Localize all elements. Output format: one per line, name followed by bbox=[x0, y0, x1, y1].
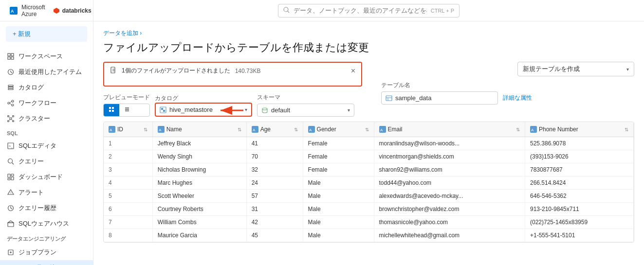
table-cell: (393)153-9026 bbox=[525, 150, 633, 163]
svg-rect-5 bbox=[8, 57, 10, 59]
svg-text:A: A bbox=[159, 128, 162, 132]
cluster-icon bbox=[7, 115, 15, 123]
catalog-icon bbox=[7, 84, 15, 91]
search-input[interactable] bbox=[294, 7, 427, 14]
table-cell: 45 bbox=[246, 229, 303, 242]
sort-icon[interactable]: ⇅ bbox=[144, 127, 147, 132]
table-cell: Jeffrey Black bbox=[152, 137, 246, 150]
table-cell: 3 bbox=[104, 163, 152, 177]
table-cell: Male bbox=[303, 229, 374, 242]
databricks-label: databricks bbox=[62, 7, 92, 14]
sidebar-item-label: クエリー履歴 bbox=[18, 204, 56, 212]
svg-point-29 bbox=[8, 159, 13, 163]
schema-label: スキーマ bbox=[257, 93, 354, 102]
schema-select[interactable]: default ▾ bbox=[257, 104, 354, 117]
table-cell: alexedwards@acevedo-mckay... bbox=[374, 190, 525, 203]
svg-point-20 bbox=[13, 116, 14, 117]
upload-close-button[interactable]: × bbox=[349, 67, 357, 75]
upload-file-icon bbox=[110, 67, 117, 75]
catalog-label: カタログ bbox=[155, 95, 178, 102]
workspace-icon bbox=[7, 53, 15, 60]
svg-marker-2 bbox=[54, 8, 59, 14]
grid-view-button[interactable] bbox=[104, 104, 119, 116]
svg-rect-6 bbox=[11, 57, 14, 59]
table-cell: 5 bbox=[104, 190, 152, 203]
alert-icon: ! bbox=[7, 189, 15, 196]
table-row: 7William Combs42Malethomasnicole@yahoo.c… bbox=[104, 216, 634, 229]
search-icon bbox=[283, 7, 290, 15]
data-table: A ID ⇅ A Name ⇅ A Age ⇅ A Gender ⇅ A Ema… bbox=[104, 122, 634, 242]
sidebar-item-recents[interactable]: 最近使用したアイテム bbox=[0, 64, 93, 80]
list-view-button[interactable] bbox=[119, 104, 135, 116]
sidebar-nav: ワークスペース 最近使用したアイテム カタログ ワークフロー クラスター bbox=[0, 47, 93, 265]
table-cell: (022)725-1465x83959 bbox=[525, 216, 633, 229]
table-cell: Female bbox=[303, 150, 374, 163]
sidebar-item-query[interactable]: クエリー bbox=[0, 154, 93, 169]
sidebar-item-cluster[interactable]: クラスター bbox=[0, 111, 93, 126]
column-name: Email bbox=[388, 126, 514, 133]
table-cell: Male bbox=[303, 216, 374, 229]
table-cell: Male bbox=[303, 203, 374, 216]
table-cell: 2 bbox=[104, 150, 152, 163]
sidebar-item-alert[interactable]: ! アラート bbox=[0, 185, 93, 200]
sidebar-item-catalog[interactable]: カタログ bbox=[0, 80, 93, 95]
catalog-chevron-icon: ▾ bbox=[245, 107, 247, 112]
sort-icon[interactable]: ⇅ bbox=[516, 127, 520, 132]
table-cell: 6 bbox=[104, 203, 152, 216]
dashboard-icon bbox=[7, 173, 15, 181]
svg-point-63 bbox=[262, 108, 267, 110]
workflow-icon bbox=[7, 99, 15, 107]
sidebar-item-label: ダッシュボード bbox=[18, 173, 63, 181]
svg-text:A: A bbox=[110, 128, 112, 132]
schema-group: スキーマ default ▾ bbox=[257, 93, 354, 117]
sidebar-item-data-import[interactable]: データ取り込み bbox=[0, 260, 93, 265]
table-cell: 31 bbox=[246, 203, 303, 216]
table-name-label: テーブル名 bbox=[381, 81, 634, 89]
new-table-select[interactable]: 新規テーブルを作成 ▾ bbox=[517, 62, 634, 76]
table-cell: 57 bbox=[246, 190, 303, 203]
sidebar-item-workspace[interactable]: ワークスペース bbox=[0, 49, 93, 64]
sidebar-item-job-plan[interactable]: ジョブプラン bbox=[0, 245, 93, 260]
table-cell: Wendy Singh bbox=[152, 150, 246, 163]
warehouse-icon bbox=[7, 220, 15, 228]
svg-text:A: A bbox=[11, 9, 14, 14]
sidebar-item-label: ワークスペース bbox=[18, 52, 63, 61]
breadcrumb[interactable]: データを追加 › bbox=[103, 29, 634, 37]
content-area: データを追加 › ファイルアップロードからテーブルを作成または変更 1個のファイ… bbox=[93, 21, 644, 265]
new-table-label: 新規テーブルを作成 bbox=[523, 65, 580, 73]
databricks-brand: databricks bbox=[53, 7, 92, 14]
query-icon bbox=[7, 158, 15, 165]
table-cell: 24 bbox=[246, 177, 303, 190]
svg-point-47 bbox=[284, 7, 288, 12]
svg-text:!: ! bbox=[10, 191, 11, 194]
svg-line-17 bbox=[10, 103, 12, 105]
sql-section-label: SQL bbox=[0, 126, 93, 138]
table-name-input[interactable] bbox=[395, 94, 494, 102]
upload-notification: 1個のファイルがアップロードされました 140.73KB × bbox=[104, 63, 361, 79]
new-button[interactable]: + 新規 bbox=[6, 26, 87, 42]
sort-icon[interactable]: ⇅ bbox=[294, 127, 298, 132]
svg-point-13 bbox=[8, 102, 10, 104]
svg-line-48 bbox=[288, 11, 289, 13]
sort-icon[interactable]: ⇅ bbox=[238, 127, 241, 132]
sidebar-item-sql-warehouse[interactable]: SQLウェアハウス bbox=[0, 216, 93, 231]
table-cell: 7 bbox=[104, 216, 152, 229]
sidebar-item-label: SQLエディタ bbox=[18, 141, 56, 150]
table-cell: Male bbox=[303, 177, 374, 190]
table-cell: 41 bbox=[246, 137, 303, 150]
schema-value: default bbox=[271, 106, 290, 114]
sidebar-item-workflow[interactable]: ワークフロー bbox=[0, 95, 93, 111]
sidebar-item-sql-editor[interactable]: >_ SQLエディタ bbox=[0, 138, 93, 154]
sidebar-item-query-history[interactable]: クエリー履歴 bbox=[0, 200, 93, 216]
table-cell: 525.386.9078 bbox=[525, 137, 633, 150]
sidebar-item-dashboard[interactable]: ダッシュボード bbox=[0, 169, 93, 185]
advanced-link[interactable]: 詳細な属性 bbox=[503, 94, 532, 102]
svg-point-19 bbox=[8, 116, 9, 117]
table-cell: 913-210-9845x711 bbox=[525, 203, 633, 216]
sort-icon[interactable]: ⇅ bbox=[365, 127, 369, 132]
svg-rect-11 bbox=[8, 87, 13, 88]
sort-icon[interactable]: ⇅ bbox=[625, 127, 628, 132]
table-cell: 266.514.8424 bbox=[525, 177, 633, 190]
svg-rect-10 bbox=[8, 85, 13, 87]
catalog-select[interactable]: hive_metastore ▾ bbox=[155, 103, 252, 117]
